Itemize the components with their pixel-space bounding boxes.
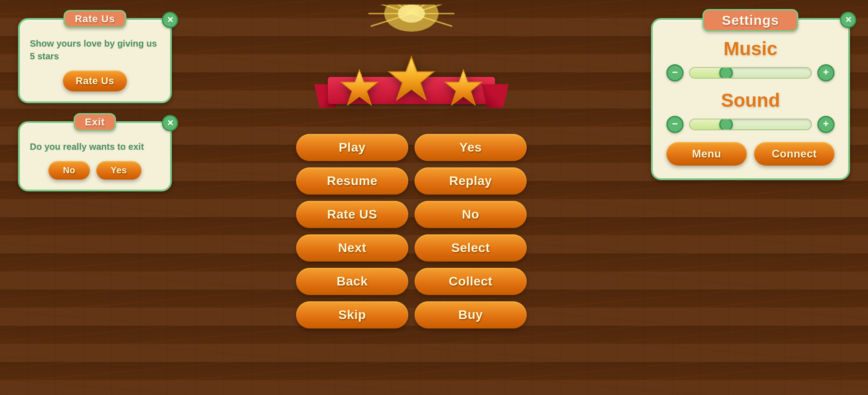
rate-us-close-button[interactable]: ✕ bbox=[162, 12, 178, 28]
music-minus-button[interactable]: − bbox=[666, 64, 684, 81]
button-grid: Play Yes Resume Replay Rate US No Next S… bbox=[296, 134, 527, 328]
ribbon-right-flap bbox=[481, 84, 509, 108]
skip-button[interactable]: Skip bbox=[296, 301, 408, 328]
music-slider-row: − + bbox=[666, 64, 835, 81]
rate-us-panel: Rate Us ✕ Show yours love by giving us 5… bbox=[18, 18, 172, 103]
replay-button[interactable]: Replay bbox=[415, 167, 527, 195]
stars-row bbox=[339, 59, 484, 109]
settings-bottom-buttons: Menu Connect bbox=[666, 142, 835, 166]
music-slider-thumb[interactable] bbox=[719, 67, 733, 79]
exit-panel: Exit ✕ Do you really wants to exit No Ye… bbox=[18, 121, 172, 191]
sound-slider-row: − + bbox=[666, 116, 835, 133]
exit-close-button[interactable]: ✕ bbox=[162, 115, 178, 131]
music-slider-track[interactable] bbox=[689, 67, 812, 79]
connect-button[interactable]: Connect bbox=[754, 142, 835, 166]
rate-us-close-icon: ✕ bbox=[167, 16, 174, 24]
settings-panel: Settings ✕ Music − + Sound bbox=[651, 18, 850, 180]
settings-title-bar: Settings bbox=[703, 9, 798, 32]
no-button[interactable]: No bbox=[415, 201, 527, 228]
music-label: Music bbox=[666, 38, 835, 60]
music-minus-icon: − bbox=[672, 67, 678, 77]
next-button[interactable]: Next bbox=[296, 234, 408, 262]
svg-marker-17 bbox=[445, 70, 482, 105]
exit-close-icon: ✕ bbox=[167, 119, 174, 127]
rate-us-title: Rate Us bbox=[75, 13, 115, 24]
svg-marker-16 bbox=[389, 57, 434, 100]
rate-us-grid-button[interactable]: Rate US bbox=[296, 201, 408, 228]
stars-area bbox=[307, 14, 515, 122]
music-plus-icon: + bbox=[823, 67, 829, 77]
music-plus-button[interactable]: + bbox=[817, 64, 835, 81]
sound-plus-button[interactable]: + bbox=[817, 116, 835, 133]
sound-slider-track[interactable] bbox=[689, 119, 812, 130]
star-center bbox=[387, 54, 436, 104]
sound-slider-thumb[interactable] bbox=[719, 119, 733, 130]
sound-minus-button[interactable]: − bbox=[666, 116, 684, 133]
left-column: Rate Us ✕ Show yours love by giving us 5… bbox=[18, 18, 172, 191]
page-container: Rate Us ✕ Show yours love by giving us 5… bbox=[0, 0, 868, 395]
resume-button[interactable]: Resume bbox=[296, 167, 408, 195]
exit-no-button[interactable]: No bbox=[48, 161, 90, 180]
collect-button[interactable]: Collect bbox=[415, 268, 527, 295]
exit-body-text: Do you really wants to exit bbox=[30, 140, 160, 153]
svg-point-14 bbox=[398, 5, 425, 23]
buy-button[interactable]: Buy bbox=[415, 301, 527, 328]
star-left bbox=[339, 68, 380, 109]
play-button[interactable]: Play bbox=[296, 134, 408, 161]
menu-button[interactable]: Menu bbox=[666, 142, 747, 166]
star-right bbox=[443, 68, 484, 109]
sound-plus-icon: + bbox=[823, 119, 829, 129]
rate-us-button-wrapper: Rate Us bbox=[30, 71, 160, 91]
back-button[interactable]: Back bbox=[296, 268, 408, 295]
rate-us-button[interactable]: Rate Us bbox=[63, 71, 127, 91]
settings-close-icon: ✕ bbox=[845, 16, 852, 24]
center-column: Play Yes Resume Replay Rate US No Next S… bbox=[172, 14, 651, 328]
settings-close-button[interactable]: ✕ bbox=[840, 12, 856, 28]
exit-yes-button[interactable]: Yes bbox=[96, 161, 142, 180]
exit-title: Exit bbox=[85, 116, 105, 128]
sound-label: Sound bbox=[666, 90, 835, 111]
exit-title-bar: Exit bbox=[74, 113, 116, 131]
rate-us-title-bar: Rate Us bbox=[64, 10, 127, 28]
right-column: Settings ✕ Music − + Sound bbox=[651, 18, 850, 180]
exit-buttons-row: No Yes bbox=[30, 161, 160, 180]
settings-title: Settings bbox=[722, 13, 779, 28]
rate-us-body-text: Show yours love by giving us 5 stars bbox=[30, 37, 160, 62]
sound-minus-icon: − bbox=[672, 119, 678, 129]
yes-button[interactable]: Yes bbox=[415, 134, 527, 161]
svg-marker-15 bbox=[341, 70, 378, 105]
select-button[interactable]: Select bbox=[415, 234, 527, 262]
